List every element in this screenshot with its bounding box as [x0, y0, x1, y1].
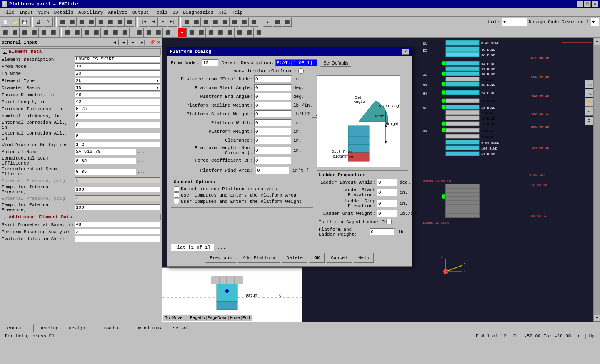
tb5[interactable]: ⬛ — [77, 17, 86, 27]
tb2-10[interactable]: ⬛ — [92, 28, 101, 37]
menu-help[interactable]: Help — [229, 9, 245, 16]
circ-seam-browse-btn[interactable]: ... — [137, 169, 145, 174]
ok-btn[interactable]: OK — [309, 253, 325, 263]
detail-desc-input[interactable] — [275, 59, 317, 67]
field-value-internal-corrosion[interactable]: 0 — [75, 122, 160, 128]
dlg-input-ladder-unit-weight[interactable] — [377, 210, 398, 217]
open-btn[interactable]: 📂 — [10, 17, 20, 27]
dlg-input-start-angle[interactable] — [254, 84, 292, 92]
material-browse-btn[interactable]: ... — [137, 150, 145, 155]
dlg-input-width[interactable] — [254, 119, 292, 127]
menu-diagnostics[interactable]: Diagnostics — [181, 9, 216, 16]
tb22[interactable]: ⬛ — [249, 17, 258, 27]
tb2-21[interactable]: ⬛ — [206, 28, 215, 37]
field-value-temp-external[interactable]: 100 — [75, 204, 160, 211]
tb17[interactable]: ⬛ — [201, 17, 210, 27]
do-not-include-checkbox[interactable] — [174, 186, 179, 192]
dlg-input-ladder-stop-elev[interactable] — [377, 200, 398, 207]
dlg-input-ladder-start-elev[interactable] — [377, 189, 398, 196]
tab-seismi[interactable]: Seismi... — [168, 324, 202, 332]
tb2-7[interactable]: ⬛ — [63, 28, 72, 37]
field-value-temp-internal[interactable]: 100 — [75, 187, 160, 193]
user-computes-area-checkbox[interactable] — [174, 192, 179, 198]
pan-icon[interactable]: ✋ — [585, 98, 593, 107]
tb2-24[interactable]: ⬛ — [235, 28, 244, 37]
dlg-input-grating-weight[interactable] — [254, 110, 292, 118]
help-dialog-btn[interactable]: Help — [354, 253, 374, 263]
tb25[interactable]: ⬛ — [282, 17, 292, 27]
from-node-input[interactable] — [202, 59, 218, 67]
field-value-wind-diameter[interactable]: 1.2 — [75, 142, 160, 148]
tb7[interactable]: ⬛ — [96, 17, 105, 27]
nav-next[interactable]: ► — [129, 39, 137, 45]
dlg-input-end-angle[interactable] — [254, 93, 292, 100]
menu-file[interactable]: File — [1, 9, 17, 16]
design-code-dropdown[interactable]: ▼ — [591, 18, 599, 26]
menu-auxiliary[interactable]: Auxiliary — [76, 9, 105, 16]
dlg-input-clearance[interactable] — [254, 137, 292, 144]
tb13[interactable]: ► — [158, 17, 168, 27]
field-value-skirt-length[interactable]: 40 — [75, 99, 160, 105]
field-value-finished-thickness[interactable]: 0.75 — [75, 106, 160, 112]
field-value-nominal-thickness[interactable]: 0 — [75, 113, 160, 119]
maximize-btn[interactable]: □ — [584, 1, 591, 7]
nav-first[interactable]: |◄ — [110, 39, 119, 45]
tb14[interactable]: ►| — [168, 17, 177, 27]
field-value-material-name[interactable]: SA-516 70 — [75, 149, 136, 155]
tb2-14[interactable]: ⬛ — [135, 28, 144, 37]
tab-design[interactable]: Design... — [64, 324, 98, 332]
additional-section-collapse[interactable]: - — [3, 215, 7, 219]
field-value-skirt-diameter-base[interactable]: 48 — [75, 222, 160, 228]
tb18[interactable]: ⬛ — [211, 17, 220, 27]
user-computes-weight-checkbox[interactable] — [174, 199, 179, 204]
tb2-5[interactable]: ⬛ — [39, 28, 48, 37]
tab-load-c[interactable]: Load C... — [99, 324, 132, 332]
dlg-input-railing-weight[interactable] — [254, 102, 292, 109]
tb2-19[interactable]: ⬛ — [187, 28, 196, 37]
non-circular-checkbox[interactable] — [298, 68, 304, 74]
dlg-input-height[interactable] — [254, 128, 292, 135]
field-dropdown-element-type[interactable]: Skirt ▼ — [75, 77, 160, 84]
menu-ksl[interactable]: Ksl — [216, 9, 229, 16]
nav-last[interactable]: ►| — [138, 39, 148, 45]
delete-btn[interactable]: Delete — [282, 253, 308, 263]
dlg-input-length-non-circular[interactable] — [254, 147, 292, 154]
tb9[interactable]: ⬛ — [115, 17, 125, 27]
tb3[interactable]: ⬛ — [58, 17, 67, 27]
set-defaults-btn[interactable]: Set Defaults — [320, 59, 351, 67]
tb20[interactable]: ⬛ — [230, 17, 239, 27]
field-value-external-corrosion[interactable]: 0 — [75, 133, 160, 139]
tb11[interactable]: |◄ — [139, 17, 148, 27]
field-value-to-node[interactable]: 20 — [75, 70, 160, 77]
tb4[interactable]: ⬛ — [68, 17, 77, 27]
tb19[interactable]: ⬛ — [220, 17, 230, 27]
new-btn[interactable]: 📄 — [1, 17, 10, 27]
caged-ladder-checkbox[interactable] — [386, 219, 392, 224]
fit-icon[interactable]: ⊞ — [585, 117, 593, 125]
play-btn[interactable]: ▶ — [263, 17, 272, 27]
save-btn[interactable]: 💾 — [20, 17, 29, 27]
tab-heading[interactable]: Heading — [35, 324, 63, 332]
tb2-11[interactable]: ⬛ — [101, 28, 110, 37]
tb21[interactable]: ⬛ — [240, 17, 249, 27]
nav-prev[interactable]: ◄ — [120, 39, 128, 45]
field-value-from-node[interactable]: 10 — [75, 63, 160, 70]
tb2-9[interactable]: ⬛ — [82, 28, 91, 37]
previous-btn[interactable]: Previous — [205, 253, 237, 263]
tb2-17[interactable]: ⬛ — [163, 28, 172, 37]
tb2-20[interactable]: ⬛ — [197, 28, 206, 37]
menu-3d[interactable]: 3D — [170, 9, 180, 16]
pin-icon[interactable]: 📌 — [150, 40, 155, 45]
close-btn[interactable]: ✕ — [592, 1, 598, 7]
field-value-element-description[interactable]: LOWER CS SKIRT — [75, 56, 160, 62]
tb2-15[interactable]: ⬛ — [144, 28, 153, 37]
menu-output[interactable]: Output — [130, 9, 152, 16]
print-btn[interactable]: 🖨 — [34, 17, 43, 27]
tb2-13[interactable]: ⬛ — [120, 28, 130, 37]
tb10[interactable]: ⬛ — [125, 17, 134, 27]
dlg-input-force-cf[interactable] — [254, 157, 292, 164]
help-btn[interactable]: ? — [44, 17, 53, 27]
tb2-23[interactable]: ⬛ — [225, 28, 235, 37]
tb2-8[interactable]: ⬛ — [72, 28, 82, 37]
dlg-input-wind-area[interactable] — [256, 167, 289, 174]
